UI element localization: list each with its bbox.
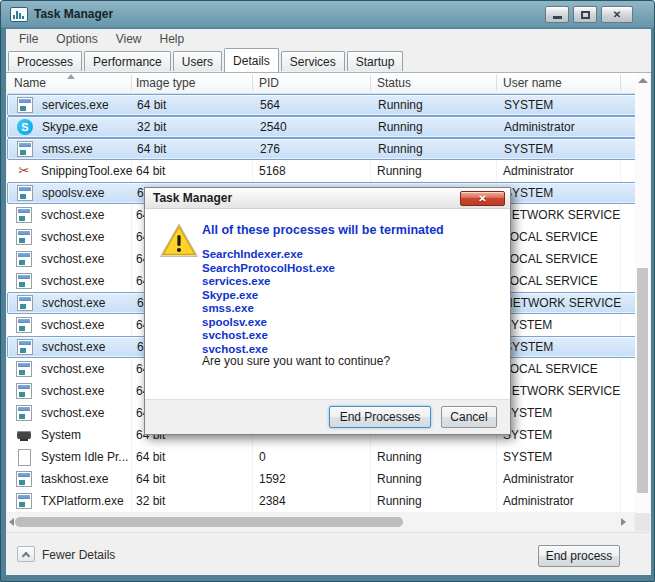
process-name: svchost.exe: [42, 337, 105, 357]
process-name: System: [41, 424, 81, 446]
fewer-details-button[interactable]: [17, 546, 35, 562]
process-row[interactable]: taskhost.exe64 bit1592RunningAdministrat…: [7, 468, 638, 490]
sort-ascending-icon: [67, 74, 75, 79]
status: Running: [377, 160, 422, 182]
app-window-icon: [16, 383, 32, 399]
user-name: LOCAL SERVICE: [503, 248, 598, 270]
horizontal-scroll-thumb[interactable]: [15, 517, 403, 527]
blank-page-icon: [16, 449, 32, 465]
user-name: Administrator: [504, 117, 575, 137]
process-name: svchost.exe: [41, 270, 104, 292]
column-header-pid[interactable]: PID: [259, 76, 279, 90]
process-row[interactable]: System Idle Pr...64 bit0RunningSYSTEM: [7, 446, 638, 468]
minimize-icon: [553, 16, 562, 19]
app-window-icon: [16, 229, 32, 245]
dialog-heading: All of these processes will be terminate…: [202, 223, 502, 237]
task-manager-icon: [10, 7, 28, 22]
app-window-icon: [16, 361, 32, 377]
end-process-button[interactable]: End process: [538, 545, 620, 567]
process-name: spoolsv.exe: [42, 183, 104, 203]
tab-users[interactable]: Users: [173, 51, 222, 71]
maximize-button[interactable]: [573, 6, 597, 23]
user-name: SYSTEM: [503, 446, 552, 468]
column-header-status[interactable]: Status: [377, 76, 411, 90]
process-name: smss.exe: [42, 139, 93, 159]
pid: 276: [260, 139, 280, 159]
app-window-icon: [16, 251, 32, 267]
process-row[interactable]: TXPlatform.exe32 bit2384RunningAdministr…: [7, 490, 638, 512]
tab-performance[interactable]: Performance: [84, 51, 171, 71]
status: Running: [378, 95, 423, 115]
app-window-icon: [16, 317, 32, 333]
pid: 2384: [259, 490, 286, 512]
scroll-up-icon[interactable]: [638, 78, 648, 83]
status: Running: [378, 117, 423, 137]
system-icon: [16, 427, 32, 443]
process-name: services.exe: [42, 95, 109, 115]
dialog-title-bar[interactable]: Task Manager ✕: [145, 188, 510, 209]
tab-details[interactable]: Details: [224, 48, 279, 72]
skype-icon: S: [17, 119, 33, 135]
menu-options[interactable]: Options: [47, 30, 106, 46]
scroll-right-icon[interactable]: [621, 518, 626, 526]
minimize-button[interactable]: [545, 6, 569, 23]
process-row[interactable]: services.exe64 bit564RunningSYSTEM: [7, 94, 638, 116]
horizontal-scrollbar[interactable]: [7, 513, 634, 531]
app-window-icon: [17, 295, 33, 311]
cancel-button[interactable]: Cancel: [441, 406, 497, 428]
vertical-scroll-thumb[interactable]: [637, 268, 648, 493]
window-title: Task Manager: [34, 7, 113, 21]
menu-help[interactable]: Help: [151, 30, 194, 46]
pid: 5168: [259, 160, 286, 182]
tab-processes[interactable]: Processes: [8, 51, 82, 71]
app-window-icon: [16, 471, 32, 487]
pid: 0: [259, 446, 266, 468]
end-processes-button[interactable]: End Processes: [329, 406, 431, 428]
process-row[interactable]: smss.exe64 bit276RunningSYSTEM: [7, 138, 638, 160]
process-name: SnippingTool.exe: [41, 160, 132, 182]
user-name: LOCAL SERVICE: [503, 358, 598, 380]
user-name: SYSTEM: [504, 337, 553, 357]
close-button[interactable]: ✕: [601, 6, 633, 23]
app-window-icon: [17, 339, 33, 355]
vertical-scrollbar[interactable]: [635, 73, 650, 531]
fewer-details-label[interactable]: Fewer Details: [42, 548, 115, 562]
process-name: svchost.exe: [41, 314, 104, 336]
tab-services[interactable]: Services: [281, 51, 345, 71]
column-header-user-name[interactable]: User name: [503, 76, 562, 90]
tab-startup[interactable]: Startup: [347, 51, 404, 71]
app-window-icon: [16, 207, 32, 223]
dialog-process-item: SearchProtocolHost.exe: [202, 262, 502, 276]
chevron-up-icon: [22, 552, 30, 560]
image-type: 64 bit: [136, 160, 165, 182]
scrollbar-corner: [635, 513, 650, 531]
status: Running: [377, 490, 422, 512]
dialog-close-icon: ✕: [478, 193, 486, 204]
dialog-close-button[interactable]: ✕: [460, 191, 505, 206]
process-row[interactable]: SSkype.exe32 bit2540RunningAdministrator: [7, 116, 638, 138]
bottom-bar: Fewer Details End process: [6, 532, 651, 575]
table-header: NameImage typePIDStatusUser name: [7, 73, 638, 94]
user-name: LOCAL SERVICE: [503, 226, 598, 248]
process-name: Skype.exe: [42, 117, 98, 137]
app-window-icon: [17, 185, 33, 201]
menu-view[interactable]: View: [107, 30, 151, 46]
scroll-left-icon[interactable]: [9, 518, 14, 526]
process-name: svchost.exe: [41, 248, 104, 270]
pid: 564: [260, 95, 280, 115]
column-header-image-type[interactable]: Image type: [136, 76, 195, 90]
image-type: 64 bit: [137, 139, 166, 159]
process-row[interactable]: ✂SnippingTool.exe64 bit5168RunningAdmini…: [7, 160, 638, 182]
app-window-icon: [17, 97, 33, 113]
process-name: svchost.exe: [41, 226, 104, 248]
title-bar[interactable]: Task Manager ✕: [1, 1, 655, 29]
menu-file[interactable]: File: [10, 30, 47, 46]
close-icon: ✕: [613, 9, 621, 20]
user-name: Administrator: [503, 490, 574, 512]
dialog-footer: End Processes Cancel: [145, 399, 510, 434]
column-header-name[interactable]: Name: [14, 76, 46, 90]
menu-bar: FileOptionsViewHelp: [6, 29, 651, 48]
dialog-process-item: SearchIndexer.exe: [202, 248, 502, 262]
process-name: svchost.exe: [41, 402, 104, 424]
task-manager-window: Task Manager ✕ FileOptionsViewHelp Proce…: [0, 0, 655, 582]
